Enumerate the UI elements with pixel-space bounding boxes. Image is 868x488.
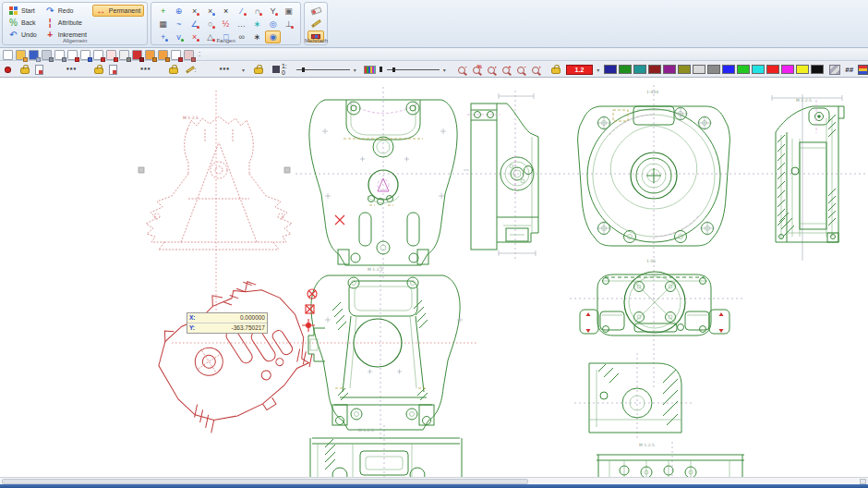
- scale-dropdown[interactable]: ▾: [354, 67, 356, 73]
- pen-icon[interactable]: [186, 66, 195, 73]
- color-swatch[interactable]: [796, 65, 809, 74]
- snap-mode-button[interactable]: ×: [218, 5, 234, 18]
- color-swatch[interactable]: [619, 65, 632, 74]
- snap-mode-button[interactable]: ∩: [249, 5, 265, 18]
- multicolor-icon[interactable]: [858, 65, 868, 75]
- grip-handle[interactable]: [284, 167, 290, 173]
- layer-scale-icon[interactable]: [272, 66, 280, 73]
- start-button[interactable]: Start: [6, 5, 40, 17]
- quickbar-overflow[interactable]: ⁚: [199, 51, 200, 58]
- attribute-button[interactable]: ¦ Attribute: [42, 17, 90, 29]
- quickbar-button[interactable]: [145, 50, 155, 60]
- width-dropdown[interactable]: ▾: [443, 67, 446, 73]
- color-swatch[interactable]: [678, 65, 691, 74]
- snap-mode-button[interactable]: ○: [202, 18, 218, 30]
- pen-lock-icon[interactable]: [169, 67, 178, 74]
- zoom-tool-button[interactable]: +: [500, 64, 512, 76]
- group-lock-icon[interactable]: [94, 67, 103, 74]
- view-green-section[interactable]: M 1:2.5: [308, 267, 463, 430]
- quickbar-button[interactable]: [158, 50, 168, 60]
- quickbar-button[interactable]: [67, 50, 78, 60]
- multi-edit-button[interactable]: [307, 18, 324, 30]
- view-red-rotated-selection[interactable]: [141, 263, 331, 447]
- scale-lock-icon[interactable]: [254, 67, 263, 74]
- color-swatch[interactable]: [811, 65, 824, 74]
- zoom-tool-button[interactable]: ›: [529, 64, 542, 76]
- snap-mode-button[interactable]: ⊥: [281, 18, 296, 30]
- view-green-detail-section[interactable]: [589, 363, 681, 433]
- color-swatch[interactable]: [707, 65, 720, 74]
- quickbar-button[interactable]: [3, 50, 13, 60]
- back-button[interactable]: % Back: [6, 17, 40, 29]
- snap-mode-button[interactable]: ▦: [155, 18, 171, 30]
- zoom-tool-button[interactable]: ‹: [485, 64, 498, 76]
- snap-mode-button[interactable]: ½: [218, 18, 234, 30]
- quickbar-button[interactable]: [42, 50, 52, 60]
- view-red-front[interactable]: M 1:2.5: [139, 116, 292, 250]
- snap-mode-button[interactable]: ×: [187, 5, 202, 18]
- view-green-bottom-right[interactable]: M 1:2.5: [597, 443, 744, 477]
- snap-mode-button[interactable]: Y: [265, 5, 281, 18]
- view-green-top[interactable]: [580, 272, 729, 336]
- snap-mode-button[interactable]: …: [234, 18, 249, 30]
- grip-handle[interactable]: [139, 167, 144, 173]
- color-swatch[interactable]: [766, 65, 779, 74]
- color-swatch[interactable]: [737, 65, 750, 74]
- width-slider[interactable]: [387, 69, 440, 70]
- color-swatch[interactable]: [663, 65, 676, 74]
- scale-slider[interactable]: [296, 69, 349, 70]
- permanent-button[interactable]: ↔ Permanent: [92, 5, 144, 17]
- color-swatch[interactable]: [633, 65, 646, 74]
- color-swatch[interactable]: [604, 65, 617, 74]
- quickbar-button[interactable]: [171, 50, 181, 60]
- color-swatch[interactable]: [752, 65, 765, 74]
- quickbar-button[interactable]: [132, 50, 142, 60]
- zoom-tool-button[interactable]: %: [470, 64, 483, 76]
- snap-mode-button[interactable]: ∕: [234, 5, 249, 18]
- snap-mode-button[interactable]: ◎: [265, 18, 281, 30]
- quickbar-button[interactable]: [106, 50, 116, 60]
- color-palette-icon[interactable]: [364, 66, 376, 74]
- width-slider-knob[interactable]: [380, 67, 382, 72]
- color-swatch[interactable]: [781, 65, 794, 74]
- horizontal-scrollbar[interactable]: [0, 477, 868, 484]
- color-lock-icon[interactable]: [551, 67, 561, 74]
- view-green-bottom[interactable]: M 1:2.5: [310, 428, 462, 477]
- quickbar-button[interactable]: [80, 50, 90, 60]
- zoom-tool-button[interactable]: -: [514, 64, 527, 76]
- hash-label[interactable]: ##: [845, 66, 853, 74]
- snap-point-markers[interactable]: [302, 289, 317, 332]
- quickbar-button[interactable]: [119, 50, 129, 60]
- quickbar-button[interactable]: [184, 50, 194, 60]
- snap-mode-button[interactable]: ∗: [249, 18, 265, 30]
- snap-mode-button[interactable]: ~: [171, 18, 187, 30]
- snap-mode-button[interactable]: ⊕: [171, 5, 187, 18]
- quickbar-button[interactable]: [93, 50, 103, 60]
- multi-erase-button[interactable]: [307, 5, 324, 17]
- quickbar-button[interactable]: [29, 50, 39, 60]
- hatch-pattern-icon[interactable]: [829, 65, 840, 75]
- snap-mode-button[interactable]: ∠: [187, 18, 202, 30]
- color-swatch[interactable]: [722, 65, 735, 74]
- line-width-dropdown[interactable]: ▾: [597, 67, 599, 73]
- redo-button[interactable]: ↷ Redo: [42, 5, 90, 17]
- quickbar-button[interactable]: [54, 50, 65, 60]
- view-green-round[interactable]: 1-434 1-05: [578, 90, 730, 263]
- color-swatch[interactable]: [648, 65, 661, 74]
- color-swatch[interactable]: [693, 65, 705, 74]
- record-icon[interactable]: [5, 67, 11, 73]
- snap-mode-button[interactable]: +: [155, 5, 171, 18]
- snap-mode-button[interactable]: ▣: [281, 5, 296, 18]
- zoom-tool-button[interactable]: -: [455, 64, 468, 76]
- drawing-canvas[interactable]: M 1:2.5: [0, 78, 868, 477]
- group-doc-icon[interactable]: [109, 65, 117, 75]
- line-width-box[interactable]: 1.2: [566, 65, 594, 75]
- quickbar-button[interactable]: [16, 50, 26, 60]
- layer-doc-icon[interactable]: [35, 65, 43, 75]
- view-green-right-section[interactable]: M 1:2.5: [772, 95, 844, 242]
- layer-lock-icon[interactable]: [20, 67, 30, 74]
- pen-dropdown[interactable]: ▾: [242, 67, 245, 73]
- view-label: M 1:2.5: [796, 98, 812, 103]
- snap-mode-button[interactable]: ×: [202, 5, 218, 18]
- view-green-side[interactable]: [464, 93, 538, 256]
